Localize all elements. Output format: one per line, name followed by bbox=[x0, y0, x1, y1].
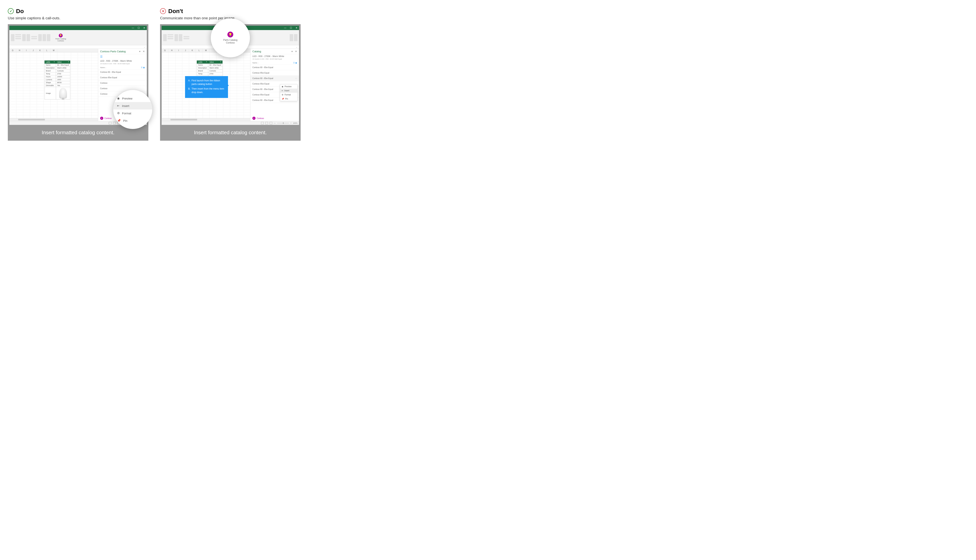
product-subtitle: 16 results in LED - R30 - 60-65 Watt Equ… bbox=[250, 58, 299, 61]
data-table: Lable▾Value▾ Name60 - 65w Equal Descript… bbox=[197, 60, 222, 78]
cross-icon: ✕ bbox=[160, 8, 166, 14]
taskpane: Catalog▾ ✕ LED - R30 - 2700K - Warm Whit… bbox=[250, 49, 299, 121]
maximize-icon[interactable]: ☐ bbox=[290, 27, 292, 29]
minimize-icon[interactable]: — bbox=[284, 27, 286, 29]
list-item[interactable]: Contoso bbox=[98, 86, 147, 91]
list-item[interactable]: Contoso bbox=[98, 80, 147, 86]
bulb-image bbox=[59, 88, 67, 98]
addin-label-2: Contoso bbox=[226, 42, 235, 44]
list-item[interactable]: Contoso 60 - 65w Equal bbox=[250, 65, 299, 70]
pane-title: Catalog bbox=[252, 50, 261, 53]
product-list: Contoso 60 - 65w Equal Contoso 85w Equal… bbox=[250, 65, 299, 115]
insert-icon: ⇤ bbox=[117, 104, 120, 108]
formula-bar: ⌄ bbox=[9, 45, 147, 49]
dont-caption: Insert formatted catalog content. bbox=[162, 125, 299, 137]
list-item[interactable]: Contoso 85w Equal bbox=[98, 75, 147, 80]
scrollbar-horizontal[interactable] bbox=[162, 118, 250, 121]
check-icon: ✓ bbox=[8, 8, 14, 14]
menu-icon[interactable]: ☰ bbox=[98, 54, 147, 59]
statusbar: —+ 100% bbox=[162, 121, 299, 125]
menu-format[interactable]: ⚙Format bbox=[113, 110, 152, 117]
do-panel: — ☐ ✕ 💡 Parts Catalog Contoso ⌄ bbox=[8, 24, 148, 141]
minimize-icon[interactable]: — bbox=[132, 27, 134, 29]
eye-icon: ◉ bbox=[117, 97, 120, 100]
menu-pin[interactable]: 📌Pin bbox=[113, 117, 152, 124]
pane-footer[interactable]: CContoso bbox=[250, 115, 299, 121]
sliders-icon: ⚙ bbox=[117, 112, 120, 115]
menu-preview[interactable]: ◉Preview bbox=[113, 95, 152, 102]
dont-panel: — ☐ ✕ ⌄ GHIJKLM bbox=[160, 24, 300, 141]
more-icon[interactable]: ⋯ bbox=[295, 77, 297, 79]
close-icon[interactable]: ✕ bbox=[295, 27, 297, 29]
pane-title: Contoso Parts Catalog bbox=[100, 50, 126, 53]
context-dropdown: ◉Preview ⇤Insert ⚙Format 📌Pin bbox=[280, 84, 297, 101]
eye-icon: ◉ bbox=[282, 85, 284, 88]
callout-b: Then insert from the menu item drop down… bbox=[192, 87, 225, 94]
addin-label-1: Parts Catalog bbox=[223, 38, 238, 42]
titlebar: — ☐ ✕ bbox=[9, 26, 147, 30]
magnifier-ribbon: 💡 Parts Catalog Contoso bbox=[211, 18, 250, 57]
zoom-slider[interactable] bbox=[277, 123, 289, 123]
column-headers: GHIJKLM bbox=[9, 49, 98, 52]
dont-column: ✕ Don't Communicate more than one point … bbox=[160, 8, 300, 141]
menu-insert[interactable]: ⇤Insert bbox=[113, 102, 152, 110]
scrollbar-horizontal[interactable] bbox=[9, 118, 98, 121]
lightbulb-icon: 💡 bbox=[59, 33, 63, 37]
magnifier-menu: ◉Preview ⇤Insert ⚙Format 📌Pin bbox=[113, 90, 152, 129]
product-subtitle: 16 results in LED - R30 - 60-65 Watt Equ… bbox=[98, 63, 147, 66]
pin-icon: 📌 bbox=[117, 119, 121, 122]
do-title: Do bbox=[16, 8, 24, 15]
product-title: LED - R30 - 2700K - Warm White bbox=[250, 54, 299, 58]
spreadsheet-grid[interactable]: GHIJKLM Lable▾Value▾ Name60 - 65w Equal … bbox=[9, 49, 98, 121]
do-subtitle: Use simple captions & call-outs. bbox=[8, 16, 148, 20]
data-table: Lable▾Value▾ Name60 - 65w Equal Descript… bbox=[45, 60, 70, 100]
chevron-down-icon[interactable]: ⌄ bbox=[143, 46, 145, 48]
do-column: ✓ Do Use simple captions & call-outs. — … bbox=[8, 8, 148, 141]
ribbon: 💡 Parts Catalog Contoso bbox=[9, 30, 147, 45]
sliders-icon: ⚙ bbox=[282, 94, 284, 96]
close-icon[interactable]: ✕ bbox=[143, 27, 145, 29]
maximize-icon[interactable]: ☐ bbox=[138, 27, 140, 29]
addin-button[interactable]: 💡 Parts Catalog Contoso bbox=[55, 33, 66, 42]
dd-pin[interactable]: 📌Pin bbox=[280, 97, 297, 101]
list-item[interactable]: Contoso 60 - 65w Equal⋯ bbox=[250, 76, 299, 81]
lightbulb-icon: 💡 bbox=[227, 32, 233, 37]
chevron-down-icon[interactable]: ⌄ bbox=[296, 46, 297, 48]
spreadsheet-grid[interactable]: GHIJKLM Lable▾Value▾ Name60 - 65w Equal … bbox=[162, 49, 250, 121]
callout-tooltip: A.First launch from the ribbon parts cat… bbox=[185, 76, 228, 98]
list-item[interactable]: Contoso 60 - 65w Equal bbox=[98, 70, 147, 75]
dont-title: Don't bbox=[168, 8, 183, 15]
zoom-level: 100% bbox=[293, 122, 297, 124]
dd-format[interactable]: ⚙Format bbox=[280, 93, 297, 97]
pin-icon: 📌 bbox=[282, 98, 284, 100]
insert-icon: ⇤ bbox=[282, 90, 283, 92]
list-item[interactable]: Contoso 85w Equal bbox=[250, 70, 299, 76]
callout-a: First launch from the ribbon parts catal… bbox=[192, 79, 225, 86]
dd-insert[interactable]: ⇤Insert bbox=[280, 88, 297, 93]
product-title: LED - R30 - 2700K - Warm White bbox=[98, 59, 147, 63]
dd-preview[interactable]: ◉Preview bbox=[280, 85, 297, 88]
